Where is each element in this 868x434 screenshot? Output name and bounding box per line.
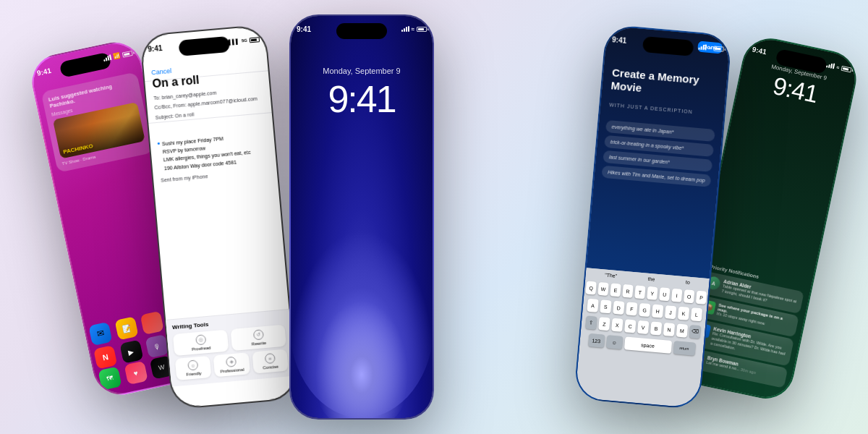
key-J[interactable]: J <box>665 305 677 319</box>
friendly-label: Friendly <box>186 371 202 377</box>
proofread-button[interactable]: ◎ Proofread <box>173 330 229 356</box>
status-time-4: 9:41 <box>612 35 627 45</box>
message-card[interactable]: Luis suggested watching Pachinko. Messag… <box>41 72 154 173</box>
key-V[interactable]: V <box>637 320 650 334</box>
key-U[interactable]: U <box>659 287 671 301</box>
status-time-3: 9:41 <box>297 25 311 33</box>
key-emoji[interactable]: ☺ <box>605 335 622 349</box>
concise-label: Concise <box>263 365 278 370</box>
signal-icon-5 <box>826 61 835 69</box>
professional-label: Professional <box>220 367 244 374</box>
signal-icon-1 <box>103 54 111 61</box>
key-C[interactable]: C <box>624 319 637 333</box>
concise-button[interactable]: ≡ Concise <box>252 349 289 374</box>
key-123[interactable]: 123 <box>588 333 605 348</box>
app-news[interactable]: N <box>93 345 117 369</box>
wifi-icon-1: 📶 <box>113 52 122 60</box>
battery-icon-1 <box>122 50 133 57</box>
app-health[interactable]: ♥ <box>124 361 148 385</box>
key-K[interactable]: K <box>678 307 690 320</box>
signal-icon-4 <box>699 44 707 51</box>
app-reminders[interactable] <box>140 311 164 335</box>
key-O[interactable]: O <box>684 289 695 303</box>
key-W[interactable]: W <box>597 282 609 296</box>
key-N[interactable]: N <box>663 323 676 336</box>
proofread-icon: ◎ <box>195 334 206 345</box>
memory-items-list: everything we ate in Japan* trick-or-tre… <box>594 119 723 191</box>
lock-time: 9:41 <box>291 77 433 121</box>
friendly-button[interactable]: ☺ Friendly <box>175 356 212 380</box>
key-M[interactable]: M <box>676 324 689 338</box>
key-F[interactable]: F <box>626 302 638 315</box>
signal-icon-3 <box>401 26 409 32</box>
key-G[interactable]: G <box>639 303 651 317</box>
status-icons-4: ≈ <box>699 44 724 52</box>
concise-icon: ≡ <box>265 353 276 364</box>
rewrite-button[interactable]: ↺ Rewrite <box>231 325 286 351</box>
key-I[interactable]: I <box>671 289 683 302</box>
friendly-icon: ☺ <box>187 359 198 370</box>
suggestion-1[interactable]: "The" <box>605 273 618 278</box>
app-notes[interactable]: 📝 <box>114 316 138 340</box>
memory-title: Create a Memory Movie <box>610 66 719 101</box>
battery-2 <box>250 37 260 43</box>
status-icons-1: 📶 <box>103 49 133 61</box>
app-maps[interactable]: 🗺 <box>98 367 122 391</box>
status-icons-5: ≈ <box>826 61 852 72</box>
key-A[interactable]: A <box>587 299 599 312</box>
key-B[interactable]: B <box>650 321 663 335</box>
wifi-icon-3: ≈ <box>412 26 414 33</box>
key-Q[interactable]: Q <box>585 281 597 294</box>
key-T[interactable]: T <box>634 285 646 299</box>
rewrite-icon: ↺ <box>252 329 263 340</box>
status-icons-3: ≈ <box>401 26 427 33</box>
key-L[interactable]: L <box>691 307 703 321</box>
key-D[interactable]: D <box>613 301 625 315</box>
key-Y[interactable]: Y <box>647 286 658 300</box>
key-Z[interactable]: Z <box>598 317 610 331</box>
key-space[interactable]: space <box>624 336 671 354</box>
battery-4 <box>713 46 724 51</box>
key-X[interactable]: X <box>611 318 624 332</box>
professional-button[interactable]: ◈ Professional <box>213 352 250 377</box>
memory-subtitle: WITH JUST A DESCRIPTION <box>609 102 715 116</box>
carrier-2: 5G <box>242 38 248 43</box>
status-bar-3: 9:41 ≈ <box>297 22 427 36</box>
key-H[interactable]: H <box>652 304 664 318</box>
suggestion-2[interactable]: the <box>647 276 655 282</box>
phones-container: 9:41 📶 Luis suggested watching Pachinko.… <box>0 0 868 434</box>
mail-body[interactable]: Sushi my place Friday 7PM RSVP by tomorr… <box>157 131 270 184</box>
lock-date: Monday, September 9 <box>291 67 433 75</box>
keyboard[interactable]: "The" the to Q W E R T Y U I O <box>575 268 710 408</box>
app-mail[interactable]: ✉ <box>88 322 112 346</box>
key-P[interactable]: P <box>696 291 707 305</box>
writing-tools-panel: Writing Tools ◎ Proofread ↺ Rewrite <box>166 309 294 387</box>
phone-lockscreen: 9:41 ≈ Monday, September 9 9:41 <box>289 14 434 420</box>
professional-icon: ◈ <box>226 357 237 367</box>
wifi-icon-5: ≈ <box>836 64 840 70</box>
status-time-5: 9:41 <box>752 45 767 56</box>
rewrite-label: Rewrite <box>252 341 267 346</box>
status-time-1: 9:41 <box>36 66 52 77</box>
key-return[interactable]: return <box>673 341 695 356</box>
battery-3 <box>417 27 427 32</box>
key-E[interactable]: E <box>610 283 621 297</box>
key-delete[interactable]: ⌫ <box>689 325 702 339</box>
key-R[interactable]: R <box>622 284 634 298</box>
signal-icon-2: ▌▌▌ <box>229 38 239 44</box>
suggestion-3[interactable]: to <box>686 279 690 284</box>
proofread-label: Proofread <box>192 346 211 352</box>
key-shift[interactable]: ⇧ <box>585 316 597 330</box>
key-S[interactable]: S <box>600 299 612 313</box>
status-time-2: 9:41 <box>148 43 163 53</box>
status-icons-2: ▌▌▌ 5G <box>229 37 260 45</box>
app-tv[interactable]: ▶ <box>119 340 143 364</box>
wifi-icon-4: ≈ <box>709 45 712 50</box>
battery-5 <box>841 65 852 72</box>
